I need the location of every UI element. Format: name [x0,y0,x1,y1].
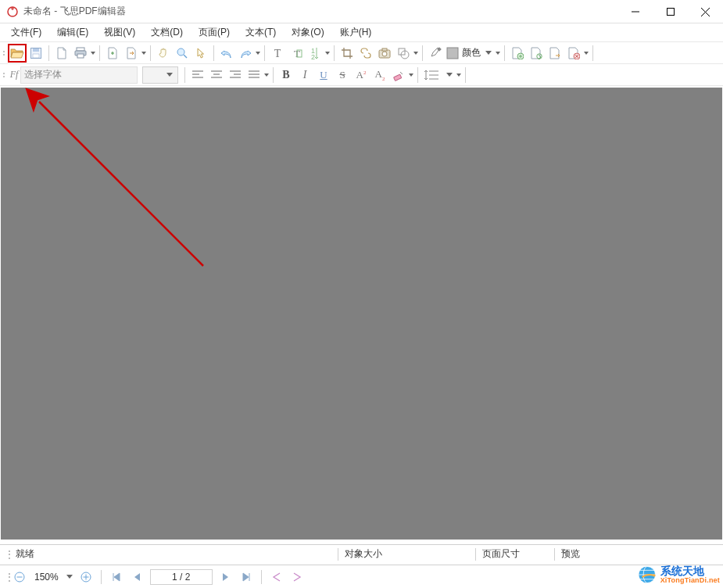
line-spacing-dropdown[interactable] [443,67,456,83]
color-dropdown[interactable] [482,45,495,61]
menu-object[interactable]: 对象(O) [284,23,331,41]
toolbar-main: T T 12 颜色 [0,42,723,64]
zoom-in-button[interactable] [77,568,95,586]
undo-button[interactable] [217,44,236,63]
first-page-button[interactable] [108,568,125,586]
align-center-button[interactable] [207,66,226,84]
clear-format-button[interactable] [389,66,408,84]
text-tool-button[interactable]: T [268,44,287,63]
toolbar-overflow-4[interactable] [324,52,331,55]
strikethrough-button[interactable]: S [333,66,352,84]
last-page-button[interactable] [238,568,255,586]
text-box-button[interactable]: T [287,44,306,63]
menu-bar: 文件(F) 编辑(E) 视图(V) 文档(D) 页面(P) 文本(T) 对象(O… [0,23,723,42]
svg-rect-8 [77,48,84,51]
nav-back-button[interactable] [268,568,285,586]
window-controls [617,0,723,23]
vertical-text-button[interactable]: 12 [306,44,324,63]
snapshot-button[interactable] [375,44,394,63]
window-title: 未命名 - 飞思PDF编辑器 [23,5,126,18]
font-family-combo[interactable]: 选择字体 [20,66,138,84]
next-page-button[interactable] [217,568,234,586]
close-button[interactable] [688,0,723,23]
svg-rect-10 [77,54,84,58]
align-right-button[interactable] [226,66,245,84]
zoom-out-button[interactable] [11,568,28,586]
app-icon [6,5,19,18]
shape-button[interactable] [394,44,413,63]
superscript-button[interactable]: A2 [352,66,370,84]
minimize-button[interactable] [617,0,653,23]
toolbar-font: Ff 选择字体 B I U S A2 A2 [0,64,723,86]
status-object-size: 对象大小 [338,547,475,561]
document-canvas[interactable] [1,88,722,540]
maximize-button[interactable] [653,0,688,23]
font-style-overflow[interactable] [408,74,414,77]
status-ready: 就绪 [9,547,338,561]
navigation-bar: ⋮ 150% 1 / 2 系统天地 XiTongTianDi.net [0,565,723,588]
toolbar-handle[interactable] [2,45,6,61]
blank-page-button[interactable] [52,44,71,63]
svg-point-20 [382,52,387,56]
color-swatch-button[interactable] [445,44,460,63]
menu-edit[interactable]: 编辑(E) [49,23,96,41]
zoom-tool-button[interactable] [173,44,191,63]
svg-text:T: T [274,48,281,59]
menu-view[interactable]: 视图(V) [96,23,143,41]
bold-button[interactable]: B [277,66,295,84]
nav-forward-button[interactable] [288,568,306,586]
toolbar-handle-2[interactable] [2,67,6,83]
toolbar-overflow-3[interactable] [255,52,261,55]
menu-account[interactable]: 账户(H) [332,23,380,41]
color-label: 颜色 [462,46,481,59]
subscript-button[interactable]: A2 [370,66,389,84]
page-export-button[interactable] [122,44,141,63]
font-size-combo[interactable] [142,66,178,84]
menu-document[interactable]: 文档(D) [143,23,191,41]
line-spacing-button[interactable] [421,66,443,84]
save-button[interactable] [27,44,45,63]
italic-button[interactable]: I [295,66,314,84]
crop-button[interactable] [338,44,356,63]
prev-page-button[interactable] [128,568,145,586]
hand-tool-button[interactable] [154,44,173,63]
toolbar-overflow-1[interactable] [90,52,96,55]
nav-handle[interactable]: ⋮ [5,572,9,583]
select-tool-button[interactable] [191,44,210,63]
underline-button[interactable]: U [314,66,333,84]
svg-rect-7 [33,54,39,58]
align-justify-button[interactable] [245,66,263,84]
zoom-dropdown[interactable] [63,569,76,585]
svg-rect-21 [382,48,387,51]
open-button[interactable] [8,44,27,63]
zoom-level: 150% [34,572,59,583]
toolbar-overflow-5[interactable] [413,52,419,55]
toolbar-overflow-7[interactable] [583,52,589,55]
menu-text[interactable]: 文本(T) [238,23,284,41]
align-left-button[interactable] [188,66,207,84]
status-preview: 预览 [555,547,718,561]
font-family-placeholder: 选择字体 [24,68,62,81]
page-extract-button[interactable] [546,44,564,63]
toolbar-overflow-2[interactable] [141,52,147,55]
watermark-subtitle: XiTongTianDi.net [660,577,720,584]
page-indicator[interactable]: 1 / 2 [150,569,213,585]
line-spacing-overflow[interactable] [456,74,462,77]
svg-point-11 [177,48,184,56]
redo-button[interactable] [236,44,255,63]
page-import-button[interactable] [103,44,122,63]
align-overflow[interactable] [263,74,270,77]
print-button[interactable] [71,44,90,63]
toolbar-overflow-6[interactable] [495,52,501,55]
page-add-button[interactable] [508,44,527,63]
svg-rect-6 [33,48,39,52]
page-delete-button[interactable] [564,44,583,63]
svg-line-12 [184,55,187,58]
eyedropper-button[interactable] [426,44,445,63]
link-button[interactable] [356,44,375,63]
menu-file[interactable]: 文件(F) [3,23,49,41]
svg-rect-22 [399,48,405,55]
menu-page[interactable]: 页面(P) [191,23,238,41]
page-insert-button[interactable] [527,44,546,63]
status-page-size: 页面尺寸 [476,547,554,561]
